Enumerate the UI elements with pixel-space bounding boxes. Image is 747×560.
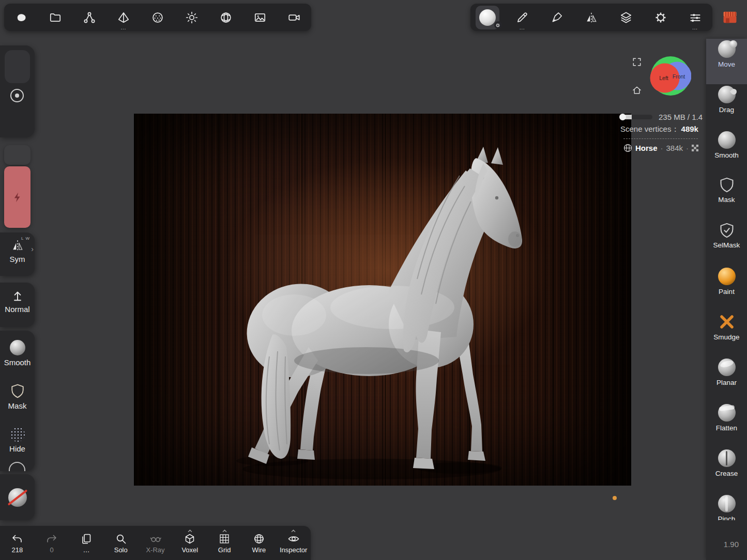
tool-label: Smooth — [714, 151, 739, 159]
tool-label: Flatten — [716, 424, 737, 432]
nomad-sculpt-app: Left Front 235 MB / 1.4 Scene vertices： … — [0, 0, 747, 560]
pencil-icon — [515, 11, 529, 24]
topology-button[interactable]: … — [106, 4, 141, 31]
undo-button[interactable]: 218 — [0, 526, 35, 554]
redo-count: 0 — [50, 546, 54, 554]
symmetry-panel[interactable]: L W Sym › — [0, 232, 35, 276]
tool-flatten[interactable]: Flatten — [706, 402, 747, 448]
settings-button[interactable] — [643, 4, 678, 31]
grid-button[interactable]: Grid — [207, 526, 242, 554]
orientation-gizmo[interactable]: Left Front — [650, 55, 691, 97]
tool-pinch[interactable]: Pinch — [706, 493, 747, 520]
xray-button[interactable]: X-Ray — [138, 526, 173, 554]
gizmo-left-label: Left — [659, 75, 668, 81]
tool-label: Crease — [715, 470, 738, 477]
falloff-button[interactable] — [540, 4, 574, 31]
voxel-button[interactable]: Voxel — [173, 526, 207, 554]
solo-label: Solo — [114, 546, 128, 554]
mask-shield-icon — [719, 177, 735, 193]
inspector-button[interactable]: Inspector — [276, 526, 311, 554]
scene-stats: 235 MB / 1.4 Scene vertices： 489k Horse … — [620, 113, 706, 152]
tool-smooth[interactable]: Smooth — [706, 130, 747, 175]
voxel-label: Voxel — [181, 546, 198, 554]
camera-button[interactable] — [277, 4, 311, 31]
symmetry-button[interactable] — [574, 4, 609, 31]
lightning-icon — [11, 191, 24, 204]
brush-quick-panel — [0, 45, 35, 137]
hide-label: Hide — [9, 444, 25, 453]
material-button[interactable] — [470, 4, 505, 31]
settings-gear-icon — [654, 11, 667, 24]
striped-awning-icon — [721, 8, 739, 26]
brush-slot[interactable] — [5, 50, 30, 83]
mask-quick-button[interactable]: Mask — [0, 374, 35, 417]
clipped-tool-icon[interactable] — [9, 462, 25, 471]
app-menu-button[interactable] — [4, 4, 38, 31]
grid-icon — [218, 533, 231, 545]
pinch-sphere-icon — [718, 495, 736, 512]
solo-button[interactable]: Solo — [103, 526, 138, 554]
fullscreen-button[interactable] — [632, 57, 642, 67]
chevron-right-icon: › — [31, 245, 34, 253]
drag-sphere-icon — [718, 86, 736, 103]
target-icon[interactable] — [10, 89, 24, 102]
falloff-normal-panel[interactable]: Normal — [0, 283, 35, 327]
scene-graph-button[interactable] — [72, 4, 106, 31]
horse-model[interactable] — [134, 114, 631, 486]
chevron-up-icon — [222, 528, 227, 533]
wire-sphere-icon — [253, 533, 265, 545]
stroke-button[interactable]: … — [505, 4, 540, 31]
tool-crease[interactable]: Crease — [706, 448, 747, 493]
tool-paint[interactable]: Paint — [706, 266, 747, 312]
tool-label: SelMask — [713, 241, 740, 249]
tool-label: Drag — [719, 106, 734, 114]
pages-icon — [80, 533, 93, 545]
history-pages-button[interactable]: … — [69, 526, 104, 554]
memory-slider[interactable] — [620, 115, 652, 119]
orange-app-button[interactable] — [720, 7, 740, 27]
viewport-canvas[interactable] — [134, 114, 631, 486]
layers-button[interactable] — [608, 4, 643, 31]
smooth-label: Smooth — [4, 358, 31, 367]
background-button[interactable] — [243, 4, 277, 31]
notification-dot — [613, 496, 617, 500]
environment-button[interactable] — [209, 4, 243, 31]
settings-toolbar: … — [470, 4, 712, 31]
tool-slot-empty[interactable] — [4, 145, 31, 165]
home-view-button[interactable] — [632, 85, 642, 96]
object-row[interactable]: Horse · 384k · — [623, 144, 706, 152]
files-button[interactable] — [38, 4, 72, 31]
no-material-sphere-icon — [8, 488, 27, 507]
wire-button[interactable]: Wire — [241, 526, 276, 554]
globe-icon — [219, 11, 233, 24]
tool-label: Mask — [718, 196, 735, 204]
tool-planar[interactable]: Planar — [706, 357, 747, 402]
hide-dots-icon — [10, 427, 25, 442]
material-toggle-panel[interactable] — [0, 474, 35, 520]
flatten-sphere-icon — [718, 404, 736, 422]
image-icon — [253, 11, 267, 24]
tool-smudge[interactable]: Smudge — [706, 312, 747, 357]
tool-drag[interactable]: Drag — [706, 84, 747, 130]
lighting-button[interactable] — [175, 4, 209, 31]
chevron-up-icon — [187, 528, 193, 533]
display-settings-button[interactable]: … — [678, 4, 712, 31]
redo-button[interactable]: 0 — [35, 526, 69, 554]
smooth-quick-button[interactable]: Smooth — [0, 331, 35, 374]
topology-more: … — [120, 25, 127, 30]
tool-mask[interactable]: Mask — [706, 175, 747, 221]
remesh-button[interactable] — [141, 4, 175, 31]
xray-label: X-Ray — [146, 546, 164, 554]
display-more: … — [692, 25, 698, 30]
smooth-sphere-icon — [718, 131, 736, 149]
pyramid-icon — [117, 11, 130, 24]
sym-label: Sym — [10, 255, 25, 263]
tool-move[interactable]: Move — [706, 39, 747, 84]
undo-count: 218 — [12, 546, 23, 554]
tool-sidebar: Move Drag Smooth Mask Sel — [706, 39, 747, 560]
tool-selmask[interactable]: SelMask — [706, 221, 747, 266]
paint-sphere-icon — [718, 268, 736, 285]
redo-icon — [45, 533, 58, 545]
hide-quick-button[interactable]: Hide — [0, 417, 35, 461]
dyntopo-button[interactable] — [4, 166, 31, 228]
